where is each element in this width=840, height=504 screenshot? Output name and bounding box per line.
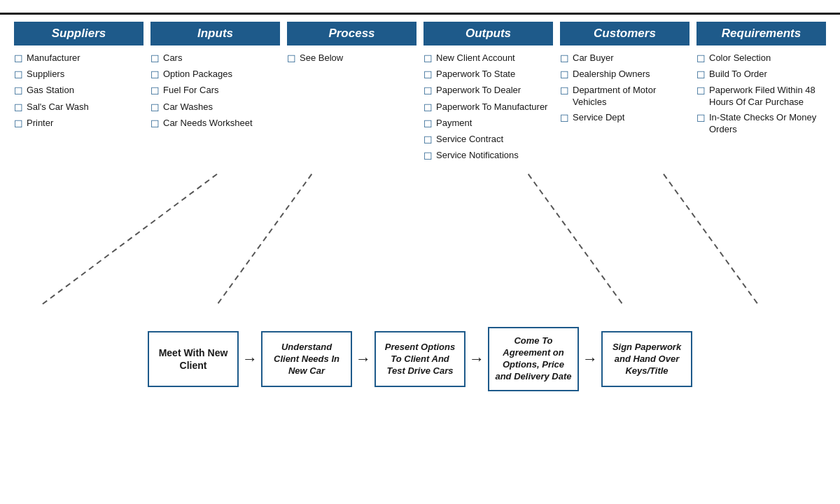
sipoc-columns: SuppliersManufacturerSuppliersGas Statio… xyxy=(7,22,833,166)
list-item: Paperwork To Manufacturer xyxy=(424,102,553,114)
col-list-outputs: New Client AccountPaperwork To StatePape… xyxy=(424,52,553,162)
list-item: Paperwork Filed Within 48 Hours Of Car P… xyxy=(696,85,826,108)
process-step-step5: Sign Paperwork and Hand Over Keys/Title xyxy=(601,331,692,387)
list-item: Build To Order xyxy=(696,69,826,81)
list-item: Service Contract xyxy=(424,134,553,146)
list-item: Service Dept xyxy=(560,112,690,125)
process-arrow-0: → xyxy=(242,350,258,368)
col-requirements: RequirementsColor SelectionBuild To Orde… xyxy=(693,22,830,166)
list-item: Color Selection xyxy=(696,52,826,65)
list-item: Sal's Car Wash xyxy=(14,102,144,114)
col-header-customers: Customers xyxy=(560,22,690,46)
list-item: Paperwork To Dealer xyxy=(424,85,553,97)
list-item: Car Washes xyxy=(150,102,280,114)
list-item: In-State Checks Or Money Orders xyxy=(696,112,826,136)
col-list-customers: Car BuyerDealership OwnersDepartment of … xyxy=(560,52,690,125)
process-step-step1: Meet With New Client xyxy=(148,331,239,387)
list-item: Service Notifications xyxy=(424,150,553,162)
diagonal-line xyxy=(528,174,623,305)
col-outputs: OutputsNew Client AccountPaperwork To St… xyxy=(420,22,556,166)
diagonal-lines xyxy=(14,166,826,320)
list-item: See Below xyxy=(287,52,416,65)
header xyxy=(0,0,840,15)
list-item: Suppliers xyxy=(14,69,144,81)
list-item: Gas Station xyxy=(14,85,144,97)
col-suppliers: SuppliersManufacturerSuppliersGas Statio… xyxy=(10,22,147,166)
process-row: Meet With New Client→Understand Client N… xyxy=(7,320,833,398)
list-item: New Client Account xyxy=(424,52,553,65)
col-header-suppliers: Suppliers xyxy=(14,22,144,46)
col-list-inputs: CarsOption PackagesFuel For CarsCar Wash… xyxy=(150,52,280,130)
process-step-step2: Understand Client Needs In New Car xyxy=(261,331,352,387)
list-item: Paperwork To State xyxy=(424,69,553,81)
list-item: Manufacturer xyxy=(14,52,144,65)
list-item: Cars xyxy=(150,52,280,65)
diagram-area xyxy=(14,166,826,320)
list-item: Dealership Owners xyxy=(560,69,690,81)
col-customers: CustomersCar BuyerDealership OwnersDepar… xyxy=(556,22,693,166)
list-item: Car Buyer xyxy=(560,52,690,65)
process-step-step3: Present Options To Client And Test Drive… xyxy=(374,331,465,387)
col-header-process: Process xyxy=(287,22,416,46)
process-arrow-2: → xyxy=(469,350,484,368)
list-item: Fuel For Cars xyxy=(150,85,280,97)
process-arrow-1: → xyxy=(356,350,371,368)
col-header-outputs: Outputs xyxy=(424,22,553,46)
col-list-process: See Below xyxy=(287,52,416,65)
list-item: Payment xyxy=(424,118,553,130)
main-content: SuppliersManufacturerSuppliersGas Statio… xyxy=(0,15,840,398)
process-arrow-3: → xyxy=(582,350,598,368)
list-item: Option Packages xyxy=(150,69,280,81)
diagonal-line xyxy=(41,174,217,305)
col-inputs: InputsCarsOption PackagesFuel For CarsCa… xyxy=(147,22,284,166)
process-step-step4: Come To Agreement on Options, Price and … xyxy=(488,327,579,391)
col-header-inputs: Inputs xyxy=(150,22,280,46)
diagonal-line xyxy=(664,174,758,305)
col-list-suppliers: ManufacturerSuppliersGas StationSal's Ca… xyxy=(14,52,144,130)
list-item: Department of Motor Vehicles xyxy=(560,85,690,108)
col-list-requirements: Color SelectionBuild To OrderPaperwork F… xyxy=(696,52,826,136)
col-process: ProcessSee Below xyxy=(284,22,420,166)
list-item: Printer xyxy=(14,118,144,130)
col-header-requirements: Requirements xyxy=(696,22,826,46)
list-item: Car Needs Worksheet xyxy=(150,118,280,130)
diagonal-line xyxy=(217,174,312,305)
